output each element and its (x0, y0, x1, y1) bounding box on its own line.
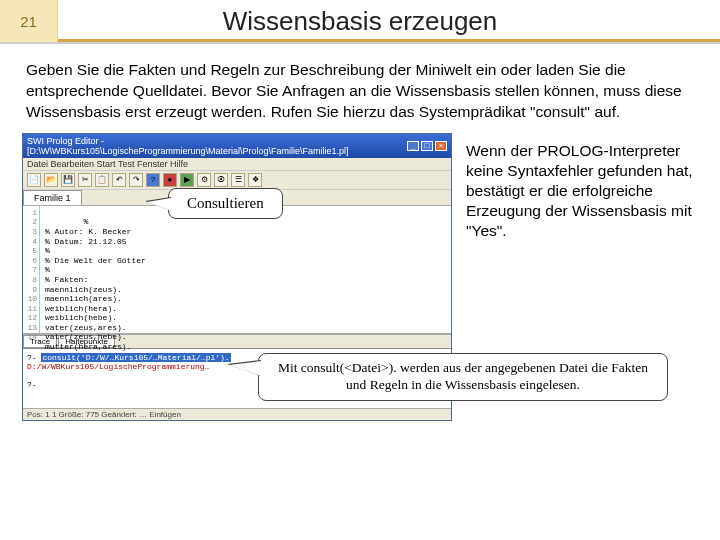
tool-icon[interactable]: 💾 (61, 173, 75, 187)
code-editor[interactable]: 1234567891011121314% % Autor: K. Becker … (23, 206, 451, 334)
status-bar: Pos: 1 1 Größe: 775 Geändert: … Einfügen (23, 408, 451, 420)
toolbar[interactable]: 📄 📂 💾 ✂ 📋 ↶ ↷ ? ● ▶ ⚙ ⦿ ☰ ❖ (23, 171, 451, 190)
tool-icon[interactable]: 📂 (44, 173, 58, 187)
code-content: % % Autor: K. Becker % Datum: 21.12.05 %… (45, 217, 146, 351)
callout-consult: Consultieren (168, 188, 283, 219)
menu-bar[interactable]: Datei Bearbeiten Start Test Fenster Hilf… (23, 158, 451, 171)
tool-icon[interactable]: ↶ (112, 173, 126, 187)
tool-icon[interactable]: 📄 (27, 173, 41, 187)
tool-icon[interactable]: ✂ (78, 173, 92, 187)
tool-icon[interactable]: ❖ (248, 173, 262, 187)
window-titlebar: SWI Prolog Editor - [D:\W\WBKurs105\Logi… (23, 134, 451, 158)
tool-icon[interactable]: ☰ (231, 173, 245, 187)
screenshot-area: SWI Prolog Editor - [D:\W\WBKurs105\Logi… (22, 133, 452, 421)
tool-icon[interactable]: ↷ (129, 173, 143, 187)
maximize-button[interactable]: □ (421, 141, 433, 151)
slide-number: 21 (0, 0, 58, 42)
tool-icon[interactable]: ? (146, 173, 160, 187)
window-title: SWI Prolog Editor - [D:\W\WBKurs105\Logi… (27, 136, 407, 156)
console-prompt: ?- (27, 353, 37, 362)
callout-explain: Mit consult(<Datei>). werden aus der ang… (258, 353, 668, 401)
tool-icon[interactable]: ▶ (180, 173, 194, 187)
tool-icon[interactable]: ⦿ (214, 173, 228, 187)
tool-icon[interactable]: 📋 (95, 173, 109, 187)
body-text: Geben Sie die Fakten und Regeln zur Besc… (0, 44, 720, 133)
tool-icon[interactable]: ⚙ (197, 173, 211, 187)
line-gutter: 1234567891011121314 (23, 208, 37, 342)
callout-text: Mit consult(<Datei>). werden aus der ang… (278, 360, 648, 392)
tool-icon[interactable]: ● (163, 173, 177, 187)
tab-file[interactable]: Familie 1 (23, 190, 82, 205)
callout-text: Consultieren (187, 195, 264, 211)
slide-title: Wissensbasis erzeugen (58, 6, 720, 37)
minimize-button[interactable]: _ (407, 141, 419, 151)
close-button[interactable]: × (435, 141, 447, 151)
